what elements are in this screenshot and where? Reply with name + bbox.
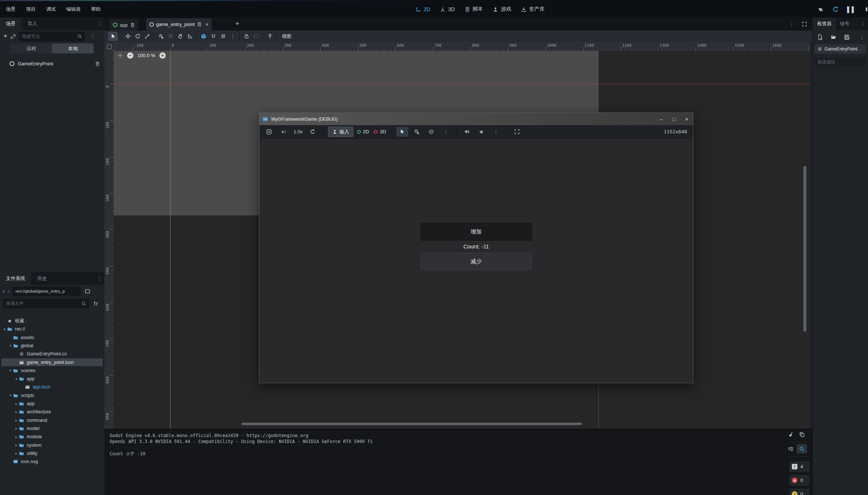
clear-output-icon[interactable] bbox=[788, 432, 794, 437]
tab-list-menu-icon[interactable]: ⋮ bbox=[787, 22, 797, 27]
zoom-level[interactable]: 100.0 % bbox=[137, 53, 155, 58]
pick-node-cursor-button[interactable] bbox=[396, 127, 408, 137]
scene-tree-root-row[interactable]: GameEntryPoint bbox=[0, 59, 104, 68]
workspace-game[interactable]: 游戏 bbox=[488, 1, 516, 17]
center-view-icon[interactable] bbox=[117, 53, 123, 58]
tab-scene-dock[interactable]: 场景 bbox=[0, 17, 22, 30]
menu-project[interactable]: 项目 bbox=[21, 1, 41, 17]
next-frame-button[interactable] bbox=[278, 127, 289, 137]
decrease-button[interactable]: 减少 bbox=[421, 253, 532, 270]
ruler-tool-button[interactable] bbox=[185, 32, 195, 41]
workspace-assetlib[interactable]: 资产库 bbox=[516, 1, 550, 17]
filesystem-item-gameentrypoint.cs[interactable]: GameEntryPoint.cs bbox=[0, 350, 104, 358]
tree-expand-arrow[interactable]: ▾ bbox=[2, 327, 7, 331]
tree-expand-arrow[interactable]: ▾ bbox=[14, 377, 19, 381]
smart-snap-button[interactable] bbox=[199, 32, 208, 41]
filesystem-menu-icon[interactable]: ⋮ bbox=[95, 276, 104, 281]
copy-output-icon[interactable] bbox=[799, 432, 805, 437]
maximize-window-button[interactable]: □ bbox=[668, 113, 680, 125]
pan-tool-button[interactable] bbox=[175, 32, 185, 41]
zoom-out-button[interactable]: − bbox=[127, 52, 133, 59]
minimize-window-button[interactable]: – bbox=[655, 113, 668, 125]
pick-options-menu-icon[interactable]: ⋮ bbox=[440, 127, 452, 137]
filesystem-item-module[interactable]: ▸module bbox=[0, 433, 104, 441]
tab-import-dock[interactable]: 导入 bbox=[22, 17, 43, 30]
pause-game-icon[interactable]: ▌▌ bbox=[847, 6, 856, 13]
scene-tab-game-entry-point[interactable]: game_entry_point × bbox=[146, 18, 212, 30]
search-output-icon[interactable] bbox=[797, 444, 807, 453]
zoom-in-button[interactable]: + bbox=[159, 52, 166, 59]
instance-scene-icon[interactable] bbox=[10, 34, 16, 39]
filter-properties-input[interactable]: 筛选属性 bbox=[815, 58, 866, 66]
grid-toggle-button[interactable] bbox=[218, 32, 228, 41]
tree-expand-arrow[interactable]: ▾ bbox=[8, 393, 13, 397]
suspend-game-button[interactable] bbox=[263, 127, 275, 137]
game-window-titlebar[interactable]: MyGFrameworkGame (DEBUG) – □ × bbox=[259, 113, 693, 125]
menu-help[interactable]: 帮助 bbox=[86, 1, 106, 17]
filesystem-item-icon.svg[interactable]: icon.svg bbox=[0, 457, 104, 466]
attached-script-icon[interactable] bbox=[95, 61, 100, 66]
tree-expand-arrow[interactable]: ▸ bbox=[14, 451, 19, 455]
workspace-3d[interactable]: 3D bbox=[435, 1, 460, 17]
file-sort-icon[interactable] bbox=[93, 301, 98, 306]
filter-files-input[interactable]: 筛选文件 bbox=[3, 299, 89, 308]
list-select-tool-button[interactable] bbox=[156, 32, 166, 41]
add-node-button[interactable]: + bbox=[0, 32, 10, 41]
view-menu-button[interactable]: 视图 bbox=[279, 33, 294, 40]
increase-button[interactable]: 增加 bbox=[421, 223, 532, 241]
message-count-badge[interactable]: ! 4 bbox=[789, 461, 809, 472]
collapse-duplicates-icon[interactable] bbox=[788, 446, 794, 452]
tree-expand-arrow[interactable]: ▾ bbox=[8, 368, 13, 372]
tab-filesystem[interactable]: 文件系统 bbox=[0, 272, 31, 285]
nav-forward-icon[interactable]: › bbox=[7, 288, 12, 294]
input-mode-button[interactable]: 输入 bbox=[328, 127, 353, 137]
skeleton-options-button[interactable] bbox=[265, 32, 275, 41]
debug-3d-button[interactable]: 3D bbox=[373, 127, 387, 137]
filesystem-item-system[interactable]: ▸system bbox=[0, 441, 104, 449]
scene-filter-menu-icon[interactable]: ⋮ bbox=[88, 34, 98, 39]
workspace-script[interactable]: 脚本 bbox=[460, 1, 488, 17]
tree-expand-arrow[interactable]: ▸ bbox=[14, 426, 19, 430]
new-resource-icon[interactable] bbox=[817, 34, 823, 40]
embed-fullscreen-button[interactable] bbox=[511, 127, 523, 137]
scene-dock-menu-icon[interactable]: ⋮ bbox=[95, 21, 104, 26]
debug-2d-button[interactable]: 2D bbox=[356, 127, 370, 137]
filesystem-item-architecture[interactable]: ▸architecture bbox=[0, 408, 104, 416]
resource-menu-icon[interactable]: ⋮ bbox=[857, 35, 867, 40]
filesystem-item-global[interactable]: ▾global bbox=[0, 342, 104, 350]
warning-count-badge[interactable]: ! 0 bbox=[789, 489, 809, 495]
vertical-scrollbar[interactable] bbox=[803, 166, 806, 332]
filesystem-item-model[interactable]: ▸model bbox=[0, 424, 104, 433]
grid-snap-button[interactable] bbox=[208, 32, 218, 41]
load-resource-icon[interactable] bbox=[830, 34, 836, 40]
filesystem-item-app[interactable]: ▾app bbox=[0, 375, 104, 383]
pick-list-button[interactable] bbox=[411, 127, 423, 137]
filesystem-item-scenes[interactable]: ▾scenes bbox=[0, 367, 104, 375]
tree-expand-arrow[interactable]: ▸ bbox=[14, 443, 19, 447]
tree-expand-arrow[interactable]: ▸ bbox=[14, 402, 19, 406]
tree-expand-arrow[interactable]: ▸ bbox=[14, 418, 19, 422]
workspace-2d[interactable]: 2D bbox=[411, 1, 435, 17]
restart-icon[interactable] bbox=[307, 127, 319, 137]
error-count-badge[interactable]: × 0 bbox=[789, 475, 809, 486]
inspector-menu-icon[interactable]: ⋮ bbox=[858, 21, 868, 26]
tab-signals[interactable]: 信号 bbox=[836, 17, 853, 30]
select-tool-button[interactable] bbox=[108, 32, 118, 41]
new-scene-tab-button[interactable]: + bbox=[235, 20, 239, 28]
debug-options-menu-icon[interactable]: ⋮ bbox=[490, 127, 502, 137]
camera-override-button[interactable] bbox=[425, 127, 437, 137]
filesystem-item-game-entry-point.tscn[interactable]: game_entry_point.tscn bbox=[0, 358, 104, 367]
local-toggle[interactable]: 本地 bbox=[52, 43, 94, 53]
scene-tab-app[interactable]: app bbox=[110, 19, 138, 30]
menu-scene[interactable]: 场景 bbox=[1, 1, 21, 17]
save-resource-icon[interactable] bbox=[844, 34, 850, 40]
close-window-button[interactable]: × bbox=[680, 113, 693, 125]
menu-debug[interactable]: 调试 bbox=[41, 1, 61, 17]
tree-expand-arrow[interactable]: ▸ bbox=[14, 410, 19, 414]
debug-paw-button[interactable] bbox=[476, 127, 488, 137]
position-select-button[interactable] bbox=[166, 32, 175, 41]
move-tool-button[interactable] bbox=[123, 32, 133, 41]
filesystem-item-scripts[interactable]: ▾scripts bbox=[0, 391, 104, 400]
snap-options-menu-icon[interactable]: ⋮ bbox=[228, 32, 237, 41]
scale-tool-button[interactable] bbox=[142, 32, 152, 41]
